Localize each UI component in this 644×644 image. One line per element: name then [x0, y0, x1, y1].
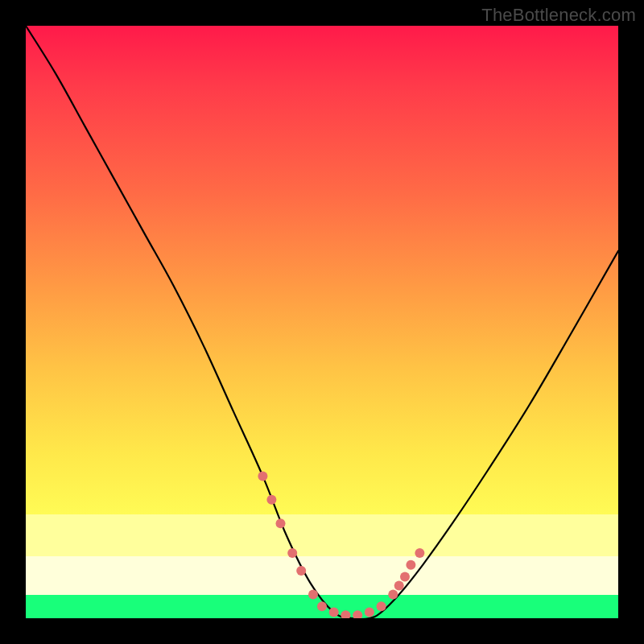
marker-point	[415, 548, 424, 558]
marker-point	[353, 610, 362, 618]
marker-point	[406, 560, 415, 570]
marker-point	[266, 495, 276, 505]
highlight-markers	[258, 471, 424, 618]
marker-point	[287, 548, 297, 558]
marker-point	[365, 608, 374, 617]
marker-point	[276, 518, 286, 528]
marker-point	[258, 471, 267, 481]
marker-point	[377, 601, 386, 611]
marker-point	[388, 590, 398, 600]
marker-point	[400, 572, 410, 582]
curve-layer	[26, 26, 618, 618]
bottleneck-curve	[26, 26, 618, 618]
marker-point	[394, 581, 404, 591]
marker-point	[317, 601, 327, 611]
marker-point	[329, 608, 339, 617]
marker-point	[308, 590, 318, 600]
marker-point	[296, 566, 306, 576]
plot-area	[26, 26, 618, 618]
marker-point	[341, 610, 350, 618]
watermark-text: TheBottleneck.com	[481, 5, 636, 26]
chart-frame: TheBottleneck.com	[0, 0, 644, 644]
